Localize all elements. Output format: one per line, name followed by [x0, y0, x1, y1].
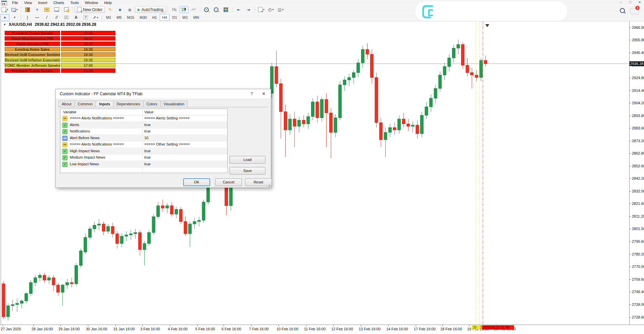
- new-chart-button[interactable]: +▾: [0, 6, 9, 13]
- param-value[interactable]: 10: [144, 136, 148, 140]
- tab-colors[interactable]: Colors: [144, 101, 161, 107]
- timeframe-w1[interactable]: W1: [180, 14, 191, 21]
- ok-button[interactable]: OK: [183, 178, 210, 186]
- channel-button[interactable]: //: [52, 14, 61, 21]
- time-tick-label: 5 Feb 16:00: [195, 327, 215, 331]
- vertical-line-button[interactable]: |: [23, 14, 32, 21]
- chart-shift-begin-button[interactable]: ⇤: [234, 6, 243, 13]
- param-value[interactable]: true: [144, 155, 151, 159]
- symbol-caret-icon[interactable]: ▼: [3, 23, 6, 26]
- market-watch-button[interactable]: [23, 6, 32, 13]
- timeframe-m30[interactable]: M30: [137, 14, 149, 21]
- table-row[interactable]: ✓High Impact Newstrue: [60, 148, 227, 155]
- periods-button[interactable]: ◴▾: [266, 6, 276, 13]
- data-window-button[interactable]: +: [33, 6, 42, 13]
- cursor-button[interactable]: ➤: [0, 14, 9, 21]
- timeframe-m15[interactable]: M15: [125, 14, 137, 21]
- trendline-button[interactable]: /: [42, 14, 51, 21]
- minimize-icon[interactable]: –: [618, 0, 623, 4]
- close-icon[interactable]: ✕: [261, 91, 267, 96]
- table-row[interactable]: ✓Alertstrue: [60, 122, 227, 128]
- param-value[interactable]: ===== Other Setting =====: [144, 142, 190, 146]
- param-value[interactable]: true: [144, 149, 151, 153]
- table-row[interactable]: ✓Low Impact Newstrue: [60, 161, 227, 168]
- expert-advisors-button[interactable]: ☻: [115, 6, 125, 13]
- tile-windows-button[interactable]: [221, 6, 231, 13]
- timeframe-m1[interactable]: M1: [104, 14, 113, 21]
- toolbar-separator: [200, 7, 200, 12]
- param-value[interactable]: true: [144, 162, 151, 166]
- save-button[interactable]: Save: [230, 167, 265, 175]
- strategy-tester-button[interactable]: [62, 6, 71, 13]
- templates-button[interactable]: ▧▾: [276, 6, 285, 13]
- menu-charts[interactable]: Charts: [50, 0, 67, 5]
- tab-dependencies[interactable]: Dependencies: [113, 101, 143, 107]
- crosshair-button[interactable]: +: [10, 14, 19, 21]
- load-button[interactable]: Load: [230, 156, 265, 164]
- table-row[interactable]: ✓Notificationstrue: [60, 128, 227, 135]
- menu-file[interactable]: File: [9, 0, 21, 5]
- menu-help[interactable]: Help: [101, 0, 115, 5]
- autotrading-button[interactable]: ▶AutoTrading: [135, 6, 166, 13]
- maximize-icon[interactable]: □: [628, 0, 633, 4]
- text-button[interactable]: A: [71, 14, 81, 21]
- zoom-out-button[interactable]: –: [212, 6, 221, 13]
- tab-visualization[interactable]: Visualization: [161, 101, 188, 107]
- line-chart-button[interactable]: [189, 6, 198, 13]
- zoom-in-button[interactable]: +: [202, 6, 211, 13]
- metaeditor-button[interactable]: ✎: [106, 6, 115, 13]
- cancel-button[interactable]: Cancel: [215, 178, 242, 186]
- chart-shift-end-button[interactable]: ⇥: [244, 6, 253, 13]
- menu-view[interactable]: View: [21, 0, 35, 5]
- candle-body: [198, 220, 201, 222]
- search-icon[interactable]: [620, 8, 625, 13]
- horizontal-line-button[interactable]: —: [33, 14, 42, 21]
- profiles-button[interactable]: ▾: [10, 6, 19, 13]
- candle-body: [70, 283, 73, 284]
- new-order-button[interactable]: +New Order: [75, 6, 105, 13]
- close-icon[interactable]: ✕: [637, 0, 642, 4]
- table-row[interactable]: ab===== Alerts Notifications ========== …: [60, 115, 227, 122]
- candle-body: [284, 112, 287, 130]
- help-icon[interactable]: ?: [249, 91, 255, 96]
- price-tick: [630, 304, 631, 305]
- param-value[interactable]: ===== Alerts Setting =====: [144, 116, 190, 120]
- text-param-icon: ab: [62, 116, 67, 121]
- time-axis[interactable]: 27 Jan 202528 Jan 16:0029 Jan 16:0030 Ja…: [0, 325, 644, 334]
- price-axis[interactable]: 2966.002955.802945.402935.202924.802914.…: [629, 21, 644, 325]
- param-value[interactable]: true: [144, 129, 151, 133]
- timeframe-h1[interactable]: H1: [150, 14, 159, 21]
- menu-insert[interactable]: Insert: [35, 0, 50, 5]
- text-label-icon: T: [84, 15, 88, 20]
- shift-begin-icon: ⇤: [237, 7, 240, 12]
- resize-grip[interactable]: [269, 185, 270, 187]
- candlestick-chart-icon: [182, 7, 186, 12]
- fibonacci-button[interactable]: [62, 14, 71, 21]
- tab-inputs[interactable]: Inputs: [96, 101, 113, 107]
- navigator-button[interactable]: ★: [42, 6, 51, 13]
- timeframe-m5[interactable]: M5: [114, 14, 124, 21]
- terminal-button[interactable]: [52, 6, 61, 13]
- timeframe-mn[interactable]: MN: [191, 14, 201, 21]
- table-row[interactable]: 123Alert Before News10: [60, 135, 227, 142]
- candlestick-chart-button[interactable]: [180, 6, 189, 13]
- table-row[interactable]: ab===== Alerts Notifications ========== …: [60, 141, 227, 148]
- arrows-button[interactable]: ➚▾: [91, 14, 100, 21]
- menu-window[interactable]: Window: [82, 0, 101, 5]
- text-label-button[interactable]: T: [81, 14, 90, 21]
- timeframe-h4[interactable]: H4: [160, 14, 169, 21]
- timeframe-d1[interactable]: D1: [170, 14, 180, 21]
- indicators-button[interactable]: +▾: [257, 6, 266, 13]
- bar-chart-button[interactable]: [170, 6, 179, 13]
- param-value[interactable]: true: [144, 123, 151, 127]
- table-row[interactable]: ✓Medium Impact Newstrue: [60, 154, 227, 161]
- candle-body: [116, 234, 119, 243]
- tab-common[interactable]: Common: [75, 101, 96, 107]
- reset-button[interactable]: Reset: [245, 178, 272, 186]
- menu-tools[interactable]: Tools: [67, 0, 82, 5]
- dialog-title-bar[interactable]: Custom Indicator - FF Calendar MT4 By TF…: [56, 89, 271, 99]
- notifications-icon[interactable]: 1: [630, 8, 639, 14]
- tab-about[interactable]: About: [58, 101, 75, 107]
- time-tick-label: 10 Feb 16:00: [277, 327, 298, 331]
- speaker-button[interactable]: ◉: [125, 6, 134, 13]
